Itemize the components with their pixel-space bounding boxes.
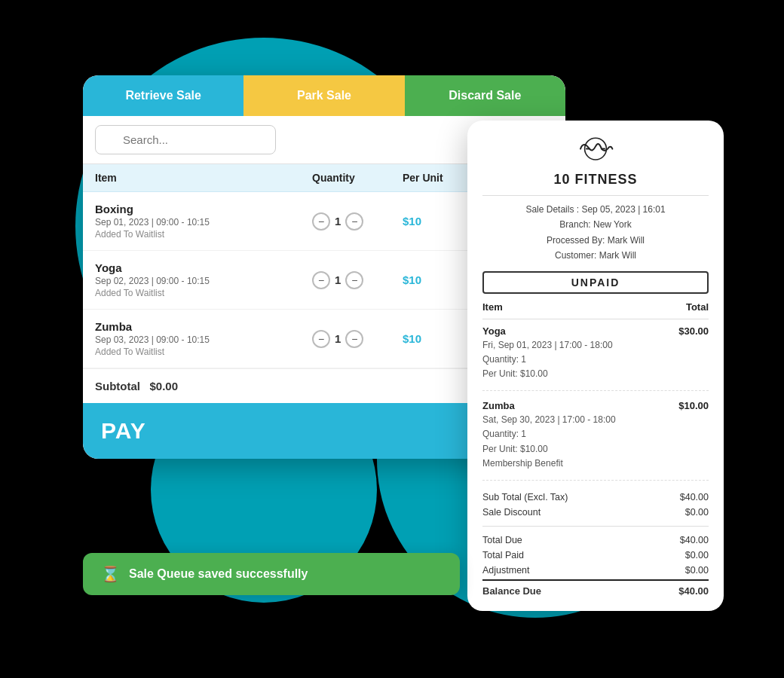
receipt-item-zumba-header: Zumba $10.00 [482, 400, 709, 411]
adjustment-value: $0.00 [685, 565, 709, 576]
receipt-item-yoga: Yoga $30.00 Fri, Sep 01, 2023 | 17:00 - … [482, 325, 709, 392]
receipt-zumba-per-unit: Per Unit: $10.00 [482, 442, 709, 457]
receipt-branch: Branch: New York [482, 217, 709, 232]
item-name-zumba: Zumba [95, 320, 312, 333]
adjustment-row: Adjustment $0.00 [482, 563, 709, 578]
action-buttons: Retrieve Sale Park Sale Discard Sale [83, 75, 565, 116]
fitness-logo-icon [577, 136, 614, 163]
receipt-yoga-date: Fri, Sep 01, 2023 | 17:00 - 18:00 [482, 338, 709, 353]
unpaid-badge: UNPAID [482, 271, 709, 294]
toast: ⌛ Sale Queue saved successfully [83, 553, 460, 595]
qty-decrease-zumba[interactable]: − [312, 330, 330, 348]
receipt-meta: Sale Details : Sep 05, 2023 | 16:01 Bran… [482, 202, 709, 264]
receipt-logo [482, 136, 709, 166]
total-paid-row: Total Paid $0.00 [482, 548, 709, 563]
park-sale-button[interactable]: Park Sale [243, 75, 404, 116]
total-paid-value: $0.00 [685, 550, 709, 560]
total-due-label: Total Due [482, 535, 522, 545]
per-unit-zumba: $10 [403, 332, 478, 345]
balance-due-row: Balance Due $40.00 [482, 579, 709, 599]
header-quantity: Quantity [312, 172, 403, 184]
subtotal-value: $0.00 [150, 380, 179, 392]
qty-decrease-boxing[interactable]: − [312, 212, 330, 231]
toast-icon: ⌛ [101, 565, 120, 583]
sale-discount-row: Sale Discount $0.00 [482, 505, 709, 520]
receipt-processed-by: Processed By: Mark Will [482, 233, 709, 248]
per-unit-boxing: $10 [403, 215, 478, 228]
receipt-yoga-per-unit: Per Unit: $10.00 [482, 367, 709, 381]
pay-label: PAY [101, 418, 146, 444]
total-due-value: $40.00 [680, 535, 709, 545]
receipt-customer: Customer: Mark Will [482, 248, 709, 263]
qty-value-yoga: 1 [335, 273, 341, 286]
item-info-yoga: Yoga Sep 02, 2023 | 09:00 - 10:15 Added … [95, 261, 312, 298]
receipt-zumba-date: Sat, Sep 30, 2023 | 17:00 - 18:00 [482, 413, 709, 427]
receipt-item-yoga-header: Yoga $30.00 [482, 325, 709, 337]
item-name-yoga: Yoga [95, 261, 312, 274]
sub-total-row: Sub Total (Excl. Tax) $40.00 [482, 490, 709, 505]
receipt-item-zumba-name: Zumba [482, 400, 515, 411]
header-item: Item [95, 172, 312, 184]
receipt-zumba-note: Membership Benefit [482, 457, 709, 471]
receipt-header-item: Item [482, 301, 503, 313]
item-date-zumba: Sep 03, 2023 | 09:00 - 10:15 [95, 334, 312, 345]
item-date-yoga: Sep 02, 2023 | 09:00 - 10:15 [95, 276, 312, 286]
qty-control-yoga: − 1 − [312, 271, 403, 289]
sale-discount-value: $0.00 [685, 507, 709, 518]
toast-message: Sale Queue saved successfully [129, 567, 308, 581]
qty-increase-boxing[interactable]: − [345, 212, 363, 231]
receipt-item-zumba-detail: Sat, Sep 30, 2023 | 17:00 - 18:00 Quanti… [482, 413, 709, 471]
item-info-zumba: Zumba Sep 03, 2023 | 09:00 - 10:15 Added… [95, 320, 312, 357]
total-due-row: Total Due $40.00 [482, 533, 709, 548]
retrieve-sale-button[interactable]: Retrieve Sale [83, 75, 243, 116]
search-wrapper: 🔍 [95, 125, 497, 154]
receipt-item-zumba: Zumba $10.00 Sat, Sep 30, 2023 | 17:00 -… [482, 400, 709, 481]
sale-discount-label: Sale Discount [482, 507, 541, 518]
item-waitlist-yoga: Added To Waitlist [95, 288, 312, 298]
qty-value-zumba: 1 [335, 332, 341, 345]
receipt-table-header: Item Total [482, 301, 709, 313]
receipt-zumba-quantity: Quantity: 1 [482, 427, 709, 441]
total-paid-label: Total Paid [482, 550, 524, 560]
item-waitlist-boxing: Added To Waitlist [95, 229, 312, 240]
qty-value-boxing: 1 [335, 215, 341, 228]
totals-divider [482, 526, 709, 527]
receipt-divider-items-top [482, 319, 709, 319]
header-per-unit: Per Unit [403, 172, 478, 184]
balance-due-value: $40.00 [678, 585, 709, 597]
receipt-item-yoga-detail: Fri, Sep 01, 2023 | 17:00 - 18:00 Quanti… [482, 338, 709, 382]
receipt-item-yoga-total: $30.00 [678, 325, 709, 337]
qty-increase-zumba[interactable]: − [345, 330, 363, 348]
adjustment-label: Adjustment [482, 565, 530, 576]
item-date-boxing: Sep 01, 2023 | 09:00 - 10:15 [95, 217, 312, 228]
item-waitlist-zumba: Added To Waitlist [95, 347, 312, 357]
per-unit-yoga: $10 [403, 273, 478, 286]
sub-total-label: Sub Total (Excl. Tax) [482, 492, 568, 502]
sub-total-value: $40.00 [680, 492, 709, 502]
search-input[interactable] [95, 125, 276, 154]
receipt-item-yoga-name: Yoga [482, 325, 506, 337]
receipt-divider-top [482, 195, 709, 196]
subtotal-label: Subtotal [95, 380, 140, 392]
receipt-item-zumba-total: $10.00 [678, 400, 709, 411]
receipt-brand: 10 FITNESS [482, 172, 709, 188]
qty-control-boxing: − 1 − [312, 212, 403, 231]
qty-decrease-yoga[interactable]: − [312, 271, 330, 289]
receipt-totals: Sub Total (Excl. Tax) $40.00 Sale Discou… [482, 490, 709, 599]
scene: Retrieve Sale Park Sale Discard Sale 🔍 A… [60, 30, 724, 648]
receipt-card: 10 FITNESS Sale Details : Sep 05, 2023 |… [467, 121, 724, 611]
item-name-boxing: Boxing [95, 203, 312, 215]
receipt-header-total: Total [686, 301, 709, 313]
item-info-boxing: Boxing Sep 01, 2023 | 09:00 - 10:15 Adde… [95, 203, 312, 240]
receipt-yoga-quantity: Quantity: 1 [482, 353, 709, 367]
qty-control-zumba: − 1 − [312, 330, 403, 348]
balance-due-label: Balance Due [482, 585, 541, 597]
discard-sale-button[interactable]: Discard Sale [405, 75, 565, 116]
receipt-sale-details: Sale Details : Sep 05, 2023 | 16:01 [482, 202, 709, 217]
qty-increase-yoga[interactable]: − [345, 271, 363, 289]
